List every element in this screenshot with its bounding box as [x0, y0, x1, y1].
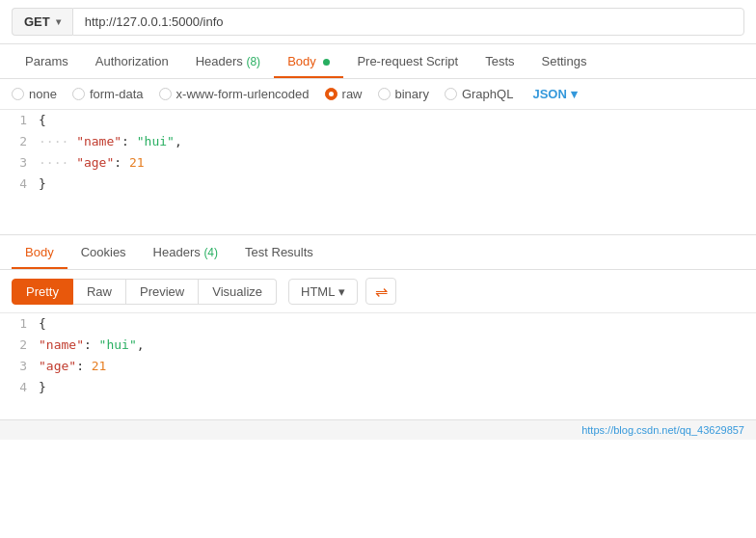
radio-graphql-circle — [445, 88, 457, 100]
tab-params[interactable]: Params — [12, 44, 82, 78]
req-line-1: 1 { — [0, 110, 756, 131]
tab-settings[interactable]: Settings — [528, 44, 601, 78]
method-label: GET — [24, 14, 50, 29]
url-bar: GET ▾ — [0, 0, 756, 44]
resp-line-4: 4 } — [0, 377, 756, 398]
req-line-3: 3 ···· "age": 21 — [0, 152, 756, 174]
body-dot — [323, 59, 330, 66]
status-url: https://blog.csdn.net/qq_43629857 — [581, 424, 744, 436]
method-selector[interactable]: GET ▾ — [12, 8, 72, 36]
radio-urlencoded[interactable]: x-www-form-urlencoded — [159, 87, 310, 101]
response-toolbar: Pretty Raw Preview Visualize HTML ▾ ⇌ — [0, 270, 756, 313]
radio-raw-circle — [325, 88, 338, 100]
tab-authorization[interactable]: Authorization — [82, 44, 182, 78]
json-format-dropdown[interactable]: JSON ▾ — [532, 87, 577, 101]
method-chevron: ▾ — [56, 16, 61, 27]
radio-binary-circle — [378, 88, 391, 100]
resp-line-2: 2 "name": "hui", — [0, 335, 756, 356]
url-input[interactable] — [72, 8, 744, 36]
tab-prerequest[interactable]: Pre-request Script — [343, 44, 472, 78]
response-tab-nav: Body Cookies Headers (4) Test Results — [0, 235, 756, 270]
view-pretty-button[interactable]: Pretty — [12, 279, 73, 305]
tab-headers[interactable]: Headers (8) — [182, 44, 274, 78]
request-body-editor[interactable]: 1 { 2 ···· "name": "hui", 3 ···· "age": … — [0, 110, 756, 235]
view-raw-button[interactable]: Raw — [73, 279, 126, 305]
resp-tab-cookies[interactable]: Cookies — [68, 235, 140, 269]
headers-badge: (8) — [246, 55, 260, 68]
resp-tab-headers[interactable]: Headers (4) — [140, 235, 231, 269]
view-preview-button[interactable]: Preview — [126, 279, 199, 305]
radio-raw[interactable]: raw — [325, 87, 363, 101]
view-visualize-button[interactable]: Visualize — [199, 279, 277, 305]
status-bar: https://blog.csdn.net/qq_43629857 — [0, 419, 756, 440]
response-section: Body Cookies Headers (4) Test Results Pr… — [0, 235, 756, 419]
radio-none-circle — [12, 88, 24, 100]
req-line-4: 4 } — [0, 174, 756, 195]
body-type-row: none form-data x-www-form-urlencoded raw… — [0, 79, 756, 110]
request-tab-nav: Params Authorization Headers (8) Body Pr… — [0, 44, 756, 79]
tab-body[interactable]: Body — [274, 44, 343, 78]
req-line-2: 2 ···· "name": "hui", — [0, 131, 756, 152]
resp-line-1: 1 { — [0, 313, 756, 335]
resp-tab-body[interactable]: Body — [12, 235, 68, 269]
wrap-button[interactable]: ⇌ — [365, 278, 396, 305]
resp-headers-badge: (4) — [203, 246, 218, 259]
radio-none[interactable]: none — [12, 87, 57, 101]
radio-graphql[interactable]: GraphQL — [445, 87, 513, 101]
resp-line-3: 3 "age": 21 — [0, 356, 756, 377]
format-dropdown[interactable]: HTML ▾ — [288, 279, 358, 305]
tab-tests[interactable]: Tests — [472, 44, 527, 78]
radio-urlencoded-circle — [159, 88, 172, 100]
radio-binary[interactable]: binary — [378, 87, 429, 101]
response-body-viewer: 1 { 2 "name": "hui", 3 "age": 21 4 } — [0, 313, 756, 419]
radio-form-data[interactable]: form-data — [72, 87, 144, 101]
resp-tab-test-results[interactable]: Test Results — [231, 235, 327, 269]
radio-form-data-circle — [72, 88, 85, 100]
wrap-icon: ⇌ — [375, 282, 388, 301]
